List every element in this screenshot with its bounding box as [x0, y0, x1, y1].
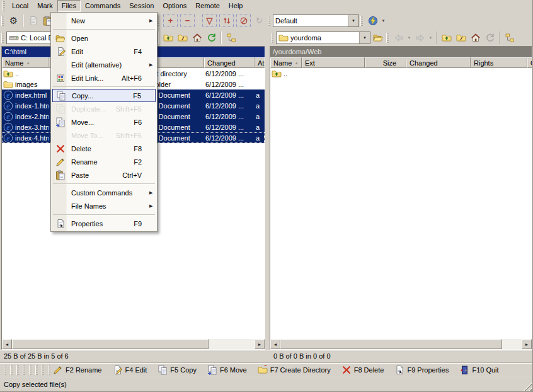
preferences-button[interactable]: ⚙ [6, 14, 21, 28]
local-home-directory-button[interactable] [190, 31, 204, 45]
transfer-settings-dropdown[interactable]: ▼ [380, 14, 387, 28]
toolbar-grip[interactable] [16, 365, 19, 375]
remote-refresh-button[interactable] [483, 31, 497, 45]
menu-item[interactable]: Duplicate... Shift+F5 ▶ [52, 102, 156, 115]
synchronize-browsing-button[interactable]: ↻ [252, 14, 266, 28]
toolbar-grip[interactable] [4, 365, 6, 375]
remote-forward-button[interactable] [413, 31, 427, 45]
column-header[interactable]: Owner▲ [527, 57, 532, 68]
column-header[interactable]: Size▲ [365, 57, 406, 68]
select-button[interactable]: + [163, 14, 178, 27]
local-parent-directory-button[interactable] [161, 31, 175, 45]
scroll-left-button[interactable]: ◄ [270, 339, 280, 349]
chevron-down-icon: ▼ [429, 36, 433, 40]
synchronize-button[interactable] [26, 14, 40, 28]
scrollbar-thumb[interactable] [12, 339, 209, 349]
menu-item[interactable]: Move... F6 ▶ [52, 115, 156, 129]
toolbar-grip[interactable] [268, 16, 270, 26]
toolbar-grip[interactable] [360, 16, 363, 26]
command-button[interactable]: F9 Properties [394, 365, 449, 375]
scroll-left-button[interactable]: ◄ [2, 339, 12, 349]
toolbar-grip[interactable] [386, 33, 389, 43]
local-refresh-button[interactable] [204, 31, 219, 45]
remote-back-button[interactable] [391, 31, 406, 45]
menu-item[interactable]: Move To... Shift+F6 ▶ [52, 129, 156, 142]
scroll-right-button[interactable]: ► [522, 339, 532, 349]
remote-back-dropdown[interactable]: ▼ [406, 31, 413, 45]
menu-item[interactable]: Open ▶ [52, 32, 156, 45]
menu-item[interactable]: Edit Link... Alt+F6 ▶ [52, 71, 156, 84]
chevron-down-icon: ▼ [382, 19, 386, 23]
session-combo[interactable]: Default ▼ [273, 14, 359, 27]
command-button[interactable]: F7 Create Directory [258, 365, 331, 375]
command-button[interactable]: F8 Delete [341, 365, 384, 375]
toolbar-grip[interactable] [3, 1, 5, 11]
filter-button[interactable]: ▽ [202, 14, 217, 27]
scrollbar-thumb[interactable] [280, 339, 502, 349]
command-button-label: F8 Delete [354, 366, 384, 374]
menu-bar-item[interactable]: Local [8, 0, 33, 12]
menu-item[interactable]: Delete F8 ▶ [52, 142, 156, 155]
toolbar-grip[interactable] [1, 16, 4, 26]
transfer-settings-button[interactable] [365, 14, 380, 28]
remote-forward-dropdown[interactable]: ▼ [427, 31, 434, 45]
remote-root-directory-button[interactable] [454, 31, 468, 45]
menu-item[interactable]: Paste Ctrl+V ▶ [52, 168, 156, 182]
toolbar-grip[interactable] [271, 33, 273, 43]
column-header[interactable]: Changed▲ [204, 57, 255, 68]
column-header[interactable]: Ext▲ [302, 57, 365, 68]
toolbar-grip[interactable] [10, 365, 13, 375]
remote-parent-directory-button[interactable] [439, 31, 454, 45]
column-header[interactable]: Changed▲ [406, 57, 471, 68]
command-button[interactable]: F2 Rename [53, 365, 101, 375]
file-row[interactable]: .. [270, 68, 532, 79]
unselect-all-button[interactable] [236, 14, 251, 27]
menu-bar-item[interactable]: Files [57, 0, 81, 12]
column-header[interactable]: Name▲ [270, 57, 302, 68]
toolbar-grip[interactable] [48, 365, 50, 375]
resize-grip[interactable] [524, 383, 532, 391]
toolbar-grip[interactable] [42, 365, 44, 375]
menu-bar-item[interactable]: Remote [191, 0, 224, 12]
remote-directory-dropdown[interactable]: ▼ [359, 32, 370, 43]
toolbar-grip[interactable] [23, 365, 25, 375]
scroll-right-button[interactable]: ► [255, 339, 265, 349]
remote-tree-button[interactable] [502, 31, 517, 45]
menu-bar-item[interactable]: Options [158, 0, 191, 12]
command-button[interactable]: F5 Copy [158, 365, 197, 375]
toolbar-grip[interactable] [35, 365, 38, 375]
command-button[interactable]: F10 Quit [459, 365, 498, 375]
command-button[interactable]: F6 Move [207, 365, 247, 375]
menu-item[interactable]: Rename F2 ▶ [52, 155, 156, 168]
column-header[interactable]: Rights▲ [471, 57, 527, 68]
toolbar-grip[interactable] [29, 365, 32, 375]
remote-horizontal-scrollbar[interactable]: ◄ ► [270, 339, 532, 349]
menu-bar-item[interactable]: Help [224, 0, 248, 12]
unselect-button[interactable]: − [180, 14, 195, 27]
menu-bar-item[interactable]: Commands [81, 0, 125, 12]
menu-item[interactable]: Custom Commands ▶ [52, 186, 156, 199]
menu-bar-item[interactable]: Mark [33, 0, 57, 12]
menu-item[interactable]: Edit (alternative) ▶ [52, 58, 156, 71]
toolbar-grip[interactable] [1, 33, 4, 43]
column-header[interactable]: Name▲ [2, 57, 49, 68]
column-header[interactable]: Attr▲ [255, 57, 265, 68]
menu-bar-item[interactable]: Session [125, 0, 158, 12]
compare-directories-button[interactable] [219, 14, 234, 27]
menu-item[interactable]: Edit F4 ▶ [52, 45, 156, 58]
remote-home-directory-button[interactable] [468, 31, 483, 45]
remote-selection-status: 0 B of 0 B in 0 of 0 [273, 352, 331, 360]
menu-item[interactable]: File Names ▶ [52, 199, 156, 212]
local-horizontal-scrollbar[interactable]: ◄ ► [2, 339, 265, 349]
session-combo-dropdown[interactable]: ▼ [348, 15, 358, 26]
menu-item[interactable]: Copy... F5 ▶ [52, 89, 156, 102]
remote-path-bar[interactable]: /yourdoma/Web [270, 47, 532, 57]
menu-item[interactable]: Properties F9 ▶ [52, 217, 156, 230]
local-root-directory-button[interactable] [175, 31, 190, 45]
remote-open-directory-button[interactable] [370, 31, 385, 45]
local-tree-button[interactable] [224, 31, 238, 45]
remote-directory-combo[interactable]: yourdoma ▼ [276, 32, 370, 44]
command-button[interactable]: F4 Edit [112, 365, 147, 375]
menu-item[interactable]: New ▶ [52, 14, 156, 27]
menu-item-label: Paste [71, 171, 122, 179]
